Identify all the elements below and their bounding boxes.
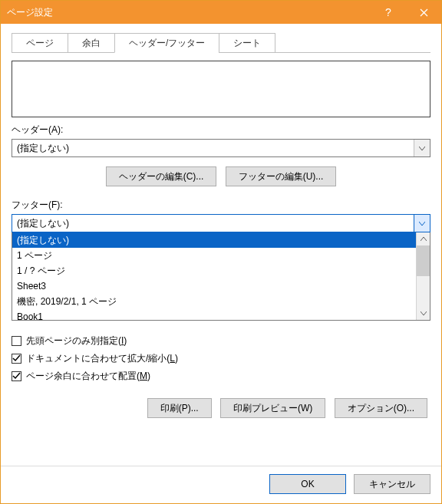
footer-option-1[interactable]: 1 ページ [12, 248, 416, 263]
check-scale-doc[interactable]: ドキュメントに合わせて拡大/縮小(L) [12, 352, 430, 365]
footer-label-text: フッター(F): [12, 199, 63, 210]
close-icon [420, 8, 428, 17]
ok-button[interactable]: OK [269, 474, 346, 494]
footer-option-3[interactable]: Sheet3 [12, 278, 416, 294]
footer-option-4[interactable]: 機密, 2019/2/1, 1 ページ [12, 294, 416, 309]
titlebar: ページ設定 ? [1, 1, 441, 24]
cancel-button[interactable]: キャンセル [354, 474, 430, 494]
dialog-window: ページ設定 ? ページ 余白 ヘッダー/フッター シート ヘッダー(A): (指… [0, 0, 442, 504]
help-button[interactable]: ? [371, 1, 406, 24]
header-combo-button[interactable] [414, 140, 430, 156]
checkbox-icon [12, 336, 21, 346]
footer-option-2[interactable]: 1 / ? ページ [12, 263, 416, 278]
chevron-down-icon [421, 311, 427, 315]
footer-option-0[interactable]: (指定しない) [12, 232, 416, 248]
check-icon [12, 354, 21, 363]
footer-combo-button[interactable] [414, 215, 430, 232]
print-button[interactable]: 印刷(P)... [147, 398, 212, 418]
action-buttons-row: 印刷(P)... 印刷プレビュー(W) オプション(O)... [12, 398, 430, 418]
dialog-body: ページ 余白 ヘッダー/フッター シート ヘッダー(A): (指定しない) ヘッ… [1, 24, 441, 466]
edit-footer-button[interactable]: フッターの編集(U)... [226, 166, 337, 186]
header-preview [12, 61, 430, 117]
scroll-up-button[interactable] [417, 232, 430, 245]
header-combo[interactable]: (指定しない) [12, 139, 430, 157]
check-diff-first-label: 先頭ページのみ別指定(I) [26, 334, 127, 348]
scroll-track[interactable] [417, 276, 430, 307]
chevron-down-icon [419, 222, 425, 226]
check-align-margin[interactable]: ページ余白に合わせて配置(M) [12, 370, 430, 383]
checkbox-icon [12, 371, 21, 381]
chevron-down-icon [419, 147, 425, 150]
tab-margins[interactable]: 余白 [68, 33, 115, 53]
check-diff-first[interactable]: 先頭ページのみ別指定(I) [12, 334, 430, 348]
window-title: ページ設定 [1, 6, 371, 19]
footer-combo-value: (指定しない) [12, 215, 414, 232]
tab-strip: ページ 余白 ヘッダー/フッター シート [12, 33, 430, 53]
tab-sheet[interactable]: シート [219, 33, 275, 53]
check-icon [12, 372, 21, 380]
checkbox-icon [12, 354, 21, 364]
scroll-thumb[interactable] [417, 245, 430, 276]
footer-label: フッター(F): [12, 199, 430, 212]
header-label: ヘッダー(A): [12, 124, 430, 137]
tab-header-footer[interactable]: ヘッダー/フッター [114, 33, 219, 53]
header-label-text: ヘッダー(A): [12, 124, 63, 135]
scroll-down-button[interactable] [417, 307, 430, 320]
footer-combo-wrap: (指定しない) (指定しない) 1 ページ 1 / ? ページ Sheet3 機… [12, 214, 430, 321]
chevron-up-icon [421, 237, 427, 241]
checkbox-group: 先頭ページのみ別指定(I) ドキュメントに合わせて拡大/縮小(L) ページ余白に… [12, 330, 430, 387]
print-preview-button[interactable]: 印刷プレビュー(W) [220, 398, 325, 418]
check-scale-doc-label: ドキュメントに合わせて拡大/縮小(L) [26, 352, 178, 365]
footer-combo[interactable]: (指定しない) [12, 214, 430, 232]
footer-option-5[interactable]: Book1 [12, 309, 416, 320]
tab-spacer [275, 33, 430, 53]
header-combo-value: (指定しない) [12, 140, 414, 156]
dropdown-scrollbar[interactable] [416, 232, 430, 320]
check-align-margin-label: ページ余白に合わせて配置(M) [26, 370, 150, 383]
dialog-footer: OK キャンセル [1, 466, 441, 503]
close-button[interactable] [406, 1, 441, 24]
footer-dropdown-items: (指定しない) 1 ページ 1 / ? ページ Sheet3 機密, 2019/… [12, 232, 416, 320]
edit-buttons-row: ヘッダーの編集(C)... フッターの編集(U)... [12, 166, 430, 186]
options-button[interactable]: オプション(O)... [335, 398, 427, 418]
edit-header-button[interactable]: ヘッダーの編集(C)... [106, 166, 217, 186]
footer-dropdown-list: (指定しない) 1 ページ 1 / ? ページ Sheet3 機密, 2019/… [12, 232, 430, 321]
tab-page[interactable]: ページ [12, 33, 68, 53]
